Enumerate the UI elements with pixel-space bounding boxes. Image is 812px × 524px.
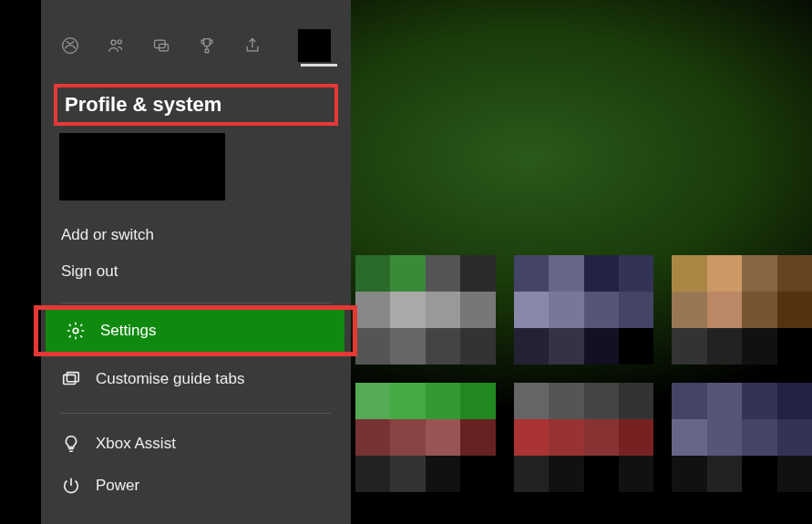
lightbulb-icon [61, 434, 81, 454]
share-icon[interactable] [243, 36, 262, 55]
customise-guide-tabs-item[interactable]: Customise guide tabs [41, 358, 351, 400]
menu-item-label: Xbox Assist [96, 435, 176, 453]
sign-out-item[interactable]: Sign out [41, 253, 351, 290]
active-tab-indicator [301, 64, 337, 67]
panel-title: Profile & system [65, 93, 327, 117]
people-icon[interactable] [107, 36, 125, 55]
game-tile[interactable] [514, 255, 654, 365]
power-icon [61, 476, 81, 496]
game-tile[interactable] [672, 255, 812, 365]
svg-rect-6 [64, 375, 76, 384]
menu-item-label: Power [96, 477, 139, 495]
tabs-icon [61, 369, 81, 389]
game-tile[interactable] [672, 383, 812, 492]
add-or-switch-item[interactable]: Add or switch [41, 217, 351, 253]
guide-tab-bar [41, 29, 351, 78]
section-divider [61, 413, 331, 414]
menu-item-label: Customise guide tabs [96, 370, 244, 388]
xbox-assist-item[interactable]: Xbox Assist [41, 423, 351, 465]
svg-rect-7 [67, 373, 78, 382]
game-tile[interactable] [355, 383, 496, 492]
dashboard-tiles [355, 255, 812, 524]
game-tile[interactable] [514, 383, 654, 492]
guide-panel: Profile & system Add or switch Sign out … [41, 0, 351, 524]
svg-point-5 [73, 328, 78, 334]
profile-picture[interactable] [59, 133, 225, 200]
xbox-logo-icon[interactable] [61, 36, 79, 55]
panel-title-highlight: Profile & system [54, 84, 338, 126]
menu-item-label: Settings [100, 322, 156, 340]
settings-highlight: Settings [34, 305, 357, 356]
account-section: Add or switch Sign out [41, 217, 351, 290]
gear-icon [66, 321, 86, 341]
svg-point-1 [111, 40, 116, 45]
settings-item[interactable]: Settings [46, 310, 344, 352]
power-item[interactable]: Power [41, 465, 351, 507]
game-tile[interactable] [355, 255, 496, 365]
profile-tab[interactable] [298, 29, 331, 62]
left-margin [0, 0, 41, 524]
svg-point-2 [118, 40, 121, 44]
achievements-icon[interactable] [198, 36, 216, 55]
chat-icon[interactable] [152, 36, 170, 55]
section-divider [61, 303, 331, 303]
